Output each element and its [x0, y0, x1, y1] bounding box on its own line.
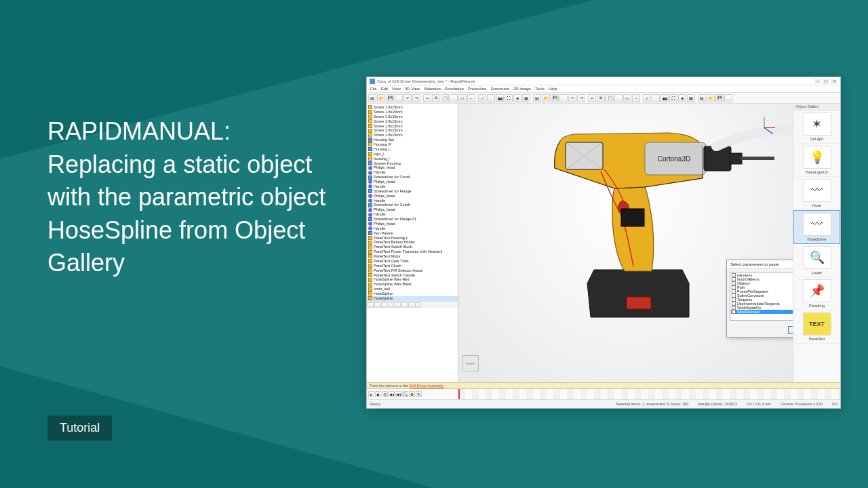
- toolbar-button[interactable]: ▦: [522, 94, 530, 102]
- toolbar-button[interactable]: ↷: [412, 94, 420, 102]
- toolbar-button[interactable]: [395, 94, 403, 102]
- toolbar-button[interactable]: ▭: [623, 94, 631, 102]
- tree-item[interactable]: Philips_head: [367, 222, 458, 226]
- menu-3d-view[interactable]: 3D View: [405, 87, 420, 91]
- tree-item[interactable]: Screw 1.8x15mm: [367, 133, 458, 138]
- menu-document[interactable]: Document: [491, 87, 509, 91]
- tree-item[interactable]: PanelText Power Transistor with Heatsink: [367, 249, 458, 254]
- tree-item[interactable]: PanelText Battery Holder: [367, 240, 458, 245]
- menu-simulation[interactable]: Simulation: [445, 87, 464, 91]
- toolbar-button[interactable]: 📂: [707, 94, 715, 102]
- toolbar-button[interactable]: [450, 94, 458, 102]
- tree-item[interactable]: Handle: [367, 199, 458, 203]
- tree-item[interactable]: Screws Housing: [367, 161, 458, 166]
- toolbar-button[interactable]: 📷: [660, 94, 669, 102]
- gallery-item-dirlight[interactable]: ✶DirLight: [793, 110, 840, 144]
- menu-view[interactable]: View: [392, 87, 401, 91]
- toolbar-button[interactable]: ⤢: [643, 94, 651, 102]
- toolbar-button[interactable]: ↔: [467, 94, 475, 102]
- toolbar-button[interactable]: ▦: [687, 94, 695, 102]
- tree-item[interactable]: HoseSpline: [367, 296, 458, 301]
- tree-item[interactable]: Handle: [367, 170, 458, 175]
- toolbar-button[interactable]: 💾: [386, 94, 394, 102]
- menu-edit[interactable]: Edit: [381, 87, 388, 91]
- tree-item[interactable]: Screw 1.8x15mm: [367, 105, 458, 110]
- tree-item[interactable]: Handle: [367, 184, 458, 189]
- tree-item[interactable]: torch_tool: [367, 287, 458, 291]
- tree-item[interactable]: PanelText Switch Handle: [367, 273, 458, 278]
- menu-help[interactable]: Help: [549, 87, 557, 91]
- tl-btn[interactable]: ✎: [416, 391, 422, 397]
- timeline-track[interactable]: [458, 389, 840, 399]
- toolbar-button[interactable]: ⤢: [478, 94, 486, 102]
- tree-item[interactable]: HoseSpline: [367, 291, 458, 296]
- gallery-item-loupe[interactable]: 🔍Loupe: [793, 244, 840, 277]
- tree-item[interactable]: PanelText Motor: [367, 254, 458, 259]
- tree-item[interactable]: logo_l: [367, 152, 458, 157]
- tree-item[interactable]: Screw 1.8x15mm: [367, 128, 458, 133]
- toolbar-button[interactable]: 📷: [496, 94, 504, 102]
- menu-file[interactable]: File: [370, 87, 377, 91]
- toolbar-button[interactable]: ↔: [632, 94, 640, 102]
- tree-item[interactable]: PanelText Clutch: [367, 264, 458, 268]
- tree-btn[interactable]: [415, 302, 421, 308]
- toolbar-button[interactable]: ↷: [577, 94, 585, 102]
- toolbar-button[interactable]: ⛶: [505, 94, 513, 102]
- tree-item[interactable]: Handle: [367, 212, 458, 217]
- toolbar-button[interactable]: 📋: [606, 94, 614, 102]
- tree-item[interactable]: HoseSpline Wire Black: [367, 282, 458, 287]
- toolbar-button[interactable]: ✂: [423, 94, 431, 102]
- tree-btn[interactable]: [388, 302, 394, 308]
- tree-item[interactable]: Housing L: [367, 147, 458, 152]
- tree-item[interactable]: Screwdriver for Chuck: [367, 175, 458, 180]
- tree-item[interactable]: PanelText F/R Selector Actua: [367, 268, 458, 273]
- tree-item[interactable]: Text Panels: [367, 231, 458, 236]
- project-tree[interactable]: Screw 1.8x15mmScrew 1.8x15mmScrew 1.8x15…: [367, 104, 458, 382]
- tree-item[interactable]: Philips_head: [367, 180, 458, 184]
- tree-item[interactable]: Philips_head: [367, 207, 458, 212]
- tree-item[interactable]: PanelText Gear Train: [367, 259, 458, 264]
- checkbox-icon[interactable]: [732, 310, 736, 314]
- toolbar-button[interactable]: ▤: [533, 94, 541, 102]
- tl-play-button[interactable]: ▸: [368, 391, 374, 397]
- tree-item[interactable]: Screw 1.8x15mm: [367, 119, 458, 124]
- tl-btn[interactable]: ■: [375, 391, 381, 397]
- dialog-param-list[interactable]: isExtentsNumOfElemsObjectsPathPointsPerS…: [730, 272, 793, 321]
- toolbar-button[interactable]: ◈: [513, 94, 521, 102]
- toolbar-button[interactable]: [559, 94, 568, 102]
- tree-btn[interactable]: [381, 302, 387, 308]
- tree-btn[interactable]: [401, 302, 408, 308]
- tree-item[interactable]: Housing R: [367, 142, 458, 147]
- toolbar-button[interactable]: 💾: [551, 94, 559, 102]
- toolbar-button[interactable]: 💾: [715, 94, 724, 102]
- toolbar-button[interactable]: ⧉: [432, 94, 440, 102]
- maximize-button[interactable]: ▢: [823, 79, 829, 84]
- tree-item[interactable]: Screw 1.8x15mm: [367, 110, 458, 115]
- toolbar-button[interactable]: 📋: [441, 94, 449, 102]
- tl-btn[interactable]: ⏭: [395, 391, 401, 397]
- toolbar-button[interactable]: ⧉: [597, 94, 605, 102]
- menu-selection[interactable]: Selection: [424, 87, 441, 91]
- view-cube[interactable]: RIGHT: [462, 355, 483, 375]
- tl-btn[interactable]: ⚙: [409, 391, 415, 397]
- menu-tools[interactable]: Tools: [535, 87, 545, 91]
- tree-item[interactable]: Screw 1.8x15mm: [367, 124, 458, 129]
- viewcube-face[interactable]: RIGHT: [462, 355, 479, 371]
- toolbar-button[interactable]: 📂: [542, 94, 550, 102]
- tl-btn[interactable]: 🔍: [402, 391, 408, 397]
- tree-item[interactable]: Screwdriver for Flange: [367, 189, 458, 194]
- gallery-item-hosespline[interactable]: 〰HoseSpline: [793, 210, 840, 244]
- 3d-viewport[interactable]: Cortona3D RIGHT: [458, 104, 793, 382]
- tree-item[interactable]: Philips_head: [367, 165, 458, 170]
- tl-btn[interactable]: ⏮: [389, 391, 395, 397]
- tree-item[interactable]: Handle: [367, 226, 458, 231]
- tree-item[interactable]: Screwdriver for Clutch: [367, 203, 458, 207]
- gallery-item-headlightctl[interactable]: 💡HeadLightCtl: [793, 144, 840, 177]
- timeline-playhead[interactable]: [458, 389, 460, 399]
- toolbar-button[interactable]: ✂: [588, 94, 596, 102]
- toolbar-button[interactable]: [652, 94, 660, 102]
- tree-item[interactable]: PanelText Housing L: [367, 236, 458, 241]
- toolbar-button[interactable]: [487, 94, 495, 102]
- toolbar-button[interactable]: [614, 94, 623, 102]
- toolbar-button[interactable]: ◈: [678, 94, 686, 102]
